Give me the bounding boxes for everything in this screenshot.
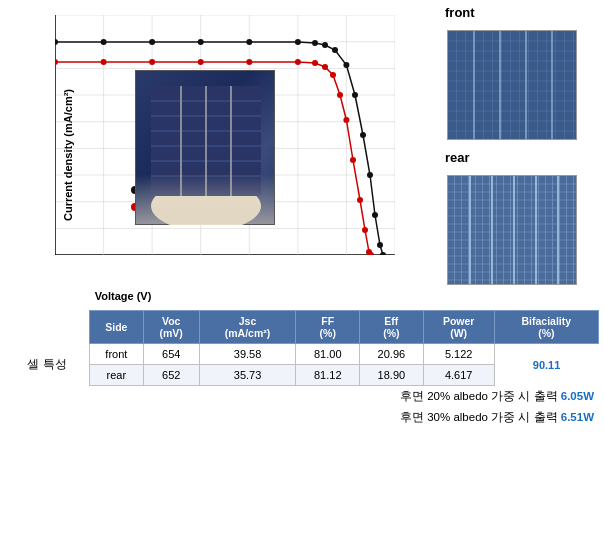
svg-point-54: [149, 59, 155, 65]
summary-highlight-2: 6.51W: [561, 411, 594, 423]
svg-point-65: [362, 227, 368, 233]
col-jsc: Jsc(mA/cm²): [199, 311, 296, 344]
svg-point-51: [380, 252, 386, 255]
svg-point-52: [55, 59, 58, 65]
svg-point-48: [367, 172, 373, 178]
jsc-rear: 35.73: [199, 365, 296, 386]
svg-point-60: [330, 72, 336, 78]
eff-front: 20.96: [360, 344, 424, 365]
svg-point-40: [246, 39, 252, 45]
svg-point-36: [55, 39, 58, 45]
svg-point-55: [198, 59, 204, 65]
bottom-section: Side Voc(mV) Jsc(mA/cm²) FF(%) Eff(%) Po…: [0, 310, 604, 428]
svg-point-45: [343, 62, 349, 68]
svg-point-47: [360, 132, 366, 138]
row-group-label: 셀 특성: [5, 344, 89, 386]
rear-cell-svg: [448, 176, 577, 285]
chart-wrapper: 0 5 10 15 20 25 30 35 40 45 0 0.1 0.2 0.…: [55, 15, 395, 255]
power-rear: 4.617: [423, 365, 494, 386]
solar-cell-photo: [135, 70, 275, 225]
jsc-front: 39.58: [199, 344, 296, 365]
svg-point-64: [357, 197, 363, 203]
side-front: front: [89, 344, 143, 365]
right-panel: front rear: [420, 0, 604, 310]
table-header-row: Side Voc(mV) Jsc(mA/cm²) FF(%) Eff(%) Po…: [5, 311, 599, 344]
col-ff: FF(%): [296, 311, 360, 344]
col-eff: Eff(%): [360, 311, 424, 344]
rear-label: rear: [445, 150, 470, 165]
summary-highlight-1: 6.05W: [561, 390, 594, 402]
svg-point-62: [343, 117, 349, 123]
summary-text-2: 후면 30% albedo 가중 시 출력: [400, 411, 561, 423]
svg-point-37: [101, 39, 107, 45]
voc-rear: 652: [143, 365, 199, 386]
voc-front: 654: [143, 344, 199, 365]
bifaciality-value: 90.11: [494, 344, 598, 386]
svg-point-56: [246, 59, 252, 65]
svg-point-49: [372, 212, 378, 218]
col-side: Side: [89, 311, 143, 344]
summary-line-1: 후면 20% albedo 가중 시 출력 6.05W: [5, 386, 599, 407]
x-axis-label: Voltage (V): [0, 290, 293, 302]
data-table: Side Voc(mV) Jsc(mA/cm²) FF(%) Eff(%) Po…: [5, 310, 599, 386]
empty-header: [5, 311, 89, 344]
eff-rear: 18.90: [360, 365, 424, 386]
rear-panel-image: [447, 175, 577, 285]
solar-cell-hand-visual: [135, 70, 275, 225]
side-rear: rear: [89, 365, 143, 386]
svg-point-42: [312, 40, 318, 46]
col-voc: Voc(mV): [143, 311, 199, 344]
svg-rect-83: [448, 31, 577, 140]
ff-rear: 81.12: [296, 365, 360, 386]
col-bifaciality: Bifaciality(%): [494, 311, 598, 344]
svg-point-57: [295, 59, 301, 65]
front-panel-image: [447, 30, 577, 140]
svg-point-63: [350, 157, 356, 163]
svg-point-58: [312, 60, 318, 66]
ff-front: 81.00: [296, 344, 360, 365]
svg-point-61: [337, 92, 343, 98]
svg-point-59: [322, 64, 328, 70]
svg-point-53: [101, 59, 107, 65]
svg-point-50: [377, 242, 383, 248]
svg-rect-98: [448, 176, 577, 285]
svg-point-38: [149, 39, 155, 45]
solar-cell-svg: [136, 71, 275, 225]
power-front: 5.122: [423, 344, 494, 365]
front-cell-svg: [448, 31, 577, 140]
table-row: 셀 특성 front 654 39.58 81.00 20.96 5.122 9…: [5, 344, 599, 365]
svg-point-44: [332, 47, 338, 53]
svg-point-41: [295, 39, 301, 45]
svg-point-39: [198, 39, 204, 45]
front-label: front: [445, 5, 475, 20]
chart-area: Current density (mA/cm²): [0, 0, 420, 310]
top-section: Current density (mA/cm²): [0, 0, 604, 310]
svg-point-43: [322, 42, 328, 48]
summary-text-1: 후면 20% albedo 가중 시 출력: [400, 390, 561, 402]
summary-line-2: 후면 30% albedo 가중 시 출력 6.51W: [5, 407, 599, 428]
col-power: Power(W): [423, 311, 494, 344]
svg-point-72: [151, 181, 261, 225]
svg-point-46: [352, 92, 358, 98]
